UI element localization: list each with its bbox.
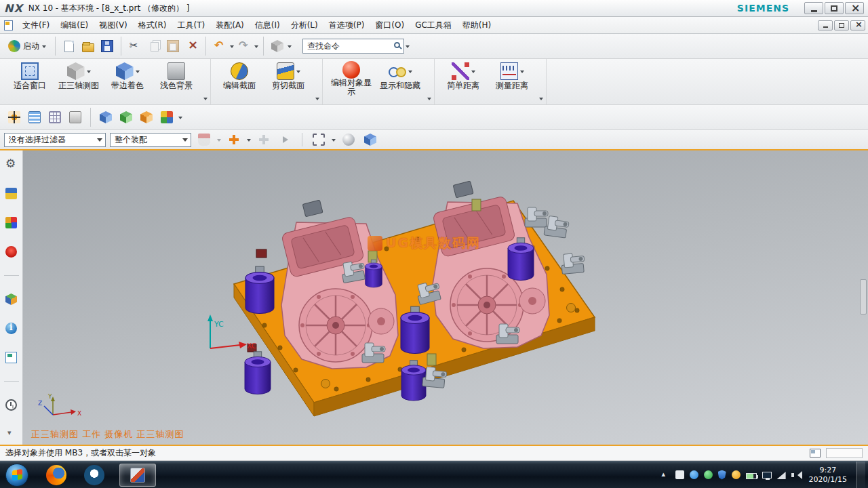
viewport-scrollbar-thumb[interactable] bbox=[860, 279, 867, 314]
shaded-with-edges-button[interactable]: 带边着色 bbox=[103, 61, 152, 96]
undo-button[interactable] bbox=[211, 37, 229, 55]
graphics-viewport[interactable]: YC XC Y X Z UG bbox=[23, 150, 868, 445]
sequence-dropdown[interactable] bbox=[178, 117, 182, 121]
menu-view[interactable]: 视图(V) bbox=[94, 17, 133, 34]
notice-tray-icon[interactable] bbox=[732, 470, 741, 479]
edit-object-display-button[interactable]: 编辑对象显示 bbox=[327, 61, 376, 96]
snap-point-button[interactable] bbox=[195, 131, 213, 148]
cut-button[interactable] bbox=[126, 37, 144, 55]
paste-button[interactable] bbox=[164, 37, 182, 55]
network-icon[interactable] bbox=[777, 472, 786, 479]
new-file-button[interactable] bbox=[60, 37, 78, 55]
selection-filter-combo[interactable]: 没有选择过滤器 bbox=[4, 133, 106, 147]
marquee-dropdown[interactable] bbox=[332, 139, 336, 144]
menu-analysis[interactable]: 分析(L) bbox=[285, 17, 323, 34]
menu-preferences[interactable]: 首选项(P) bbox=[323, 17, 370, 34]
part-navigator-icon[interactable] bbox=[5, 293, 17, 305]
taskbar-browser-icon[interactable] bbox=[84, 465, 104, 485]
maximize-button[interactable] bbox=[825, 2, 844, 14]
start-button[interactable] bbox=[5, 464, 28, 487]
menu-assemblies[interactable]: 装配(A) bbox=[210, 17, 250, 34]
security-tray-icon[interactable] bbox=[704, 470, 713, 479]
constraints-icon bbox=[120, 111, 132, 123]
move-component-button[interactable] bbox=[97, 108, 115, 126]
redo-button[interactable] bbox=[235, 37, 253, 55]
menu-tools[interactable]: 工具(T) bbox=[172, 17, 211, 34]
snap-dropdown[interactable] bbox=[217, 139, 221, 144]
pattern-component-button[interactable] bbox=[138, 108, 155, 126]
marquee-select-button[interactable] bbox=[310, 131, 328, 148]
start-menu-button[interactable]: 启动 bbox=[4, 37, 50, 56]
selection-scope-combo[interactable]: 整个装配 bbox=[110, 133, 191, 147]
undo-dropdown[interactable] bbox=[230, 45, 234, 50]
redo-dropdown[interactable] bbox=[254, 45, 258, 50]
simple-distance-button[interactable]: 简单距离 bbox=[439, 61, 488, 96]
show-hide-button[interactable]: 显示和隐藏 bbox=[376, 61, 425, 96]
object-preferences-button[interactable] bbox=[66, 108, 84, 126]
delete-button[interactable] bbox=[183, 37, 201, 55]
messenger-tray-icon[interactable] bbox=[690, 470, 698, 479]
rail-expand-chevron[interactable] bbox=[5, 428, 17, 440]
edit-section-button[interactable]: 编辑截面 bbox=[215, 61, 264, 96]
wcs-dynamics-button[interactable] bbox=[5, 108, 23, 126]
menu-help[interactable]: 帮助(H) bbox=[457, 17, 496, 34]
defender-shield-icon[interactable] bbox=[718, 470, 726, 480]
measure-distance-button[interactable]: 测量距离 bbox=[488, 61, 536, 96]
role-icon[interactable] bbox=[5, 188, 17, 199]
clip-section-button[interactable]: 剪切截面 bbox=[264, 61, 313, 96]
ime-indicator-icon[interactable] bbox=[675, 470, 684, 479]
command-finder-input[interactable] bbox=[302, 39, 404, 54]
battery-icon[interactable] bbox=[746, 473, 757, 479]
group-expander[interactable] bbox=[539, 98, 543, 102]
menu-window[interactable]: 窗口(O) bbox=[370, 17, 410, 34]
highlight-sphere-button[interactable] bbox=[340, 131, 357, 148]
open-file-button[interactable] bbox=[79, 37, 97, 55]
pin-icon[interactable] bbox=[5, 246, 17, 258]
light-background-button[interactable]: 浅色背景 bbox=[152, 61, 201, 96]
taskbar-firefox-icon[interactable] bbox=[46, 465, 66, 485]
dialog-rail-icon[interactable] bbox=[810, 449, 821, 458]
taskbar-clock[interactable]: 9:27 2020/1/15 bbox=[809, 466, 847, 485]
internet-browser-icon[interactable] bbox=[5, 323, 17, 334]
save-button[interactable] bbox=[98, 37, 116, 55]
layer-settings-button[interactable] bbox=[26, 108, 43, 126]
isometric-view-button[interactable]: 正三轴测图 bbox=[54, 61, 103, 96]
select-arrow-button[interactable] bbox=[277, 131, 294, 148]
menu-gc-toolbox[interactable]: GC工具箱 bbox=[410, 17, 457, 34]
add-to-selection-button[interactable] bbox=[225, 131, 243, 148]
copy-button[interactable] bbox=[145, 37, 163, 55]
hidden-icons-button[interactable] bbox=[660, 470, 670, 480]
fit-window-button[interactable]: 适合窗口 bbox=[5, 61, 54, 96]
roles-gear-icon[interactable] bbox=[5, 159, 17, 170]
show-component-button[interactable] bbox=[361, 131, 379, 148]
background-icon bbox=[167, 62, 185, 80]
child-close-button[interactable] bbox=[850, 20, 865, 30]
show-desktop-button[interactable] bbox=[856, 462, 865, 488]
close-button[interactable] bbox=[845, 2, 864, 14]
group-expander[interactable] bbox=[427, 98, 431, 102]
grid-button[interactable] bbox=[46, 108, 64, 126]
sequence-button[interactable] bbox=[158, 108, 176, 126]
menu-format[interactable]: 格式(R) bbox=[133, 17, 172, 34]
reuse-library-icon[interactable] bbox=[5, 352, 17, 363]
menu-file[interactable]: 文件(F) bbox=[17, 17, 55, 34]
group-expander[interactable] bbox=[203, 98, 208, 102]
remove-from-selection-button[interactable] bbox=[255, 131, 273, 148]
history-clock-icon[interactable] bbox=[5, 399, 17, 411]
group-expander[interactable] bbox=[315, 98, 319, 102]
display-tray-icon[interactable] bbox=[762, 472, 772, 479]
child-restore-button[interactable] bbox=[834, 20, 849, 30]
visualization-icon[interactable] bbox=[5, 217, 17, 228]
menu-information[interactable]: 信息(I) bbox=[250, 17, 285, 34]
view-cube-dropdown[interactable] bbox=[288, 45, 292, 50]
view-cube-button[interactable] bbox=[269, 37, 286, 55]
taskbar-nx-button[interactable] bbox=[119, 464, 156, 487]
minimize-button[interactable] bbox=[804, 2, 823, 14]
volume-icon[interactable] bbox=[791, 470, 801, 480]
cad-model-canvas[interactable]: YC XC Y X Z bbox=[23, 150, 868, 445]
selection-mode-dropdown[interactable] bbox=[247, 139, 251, 144]
child-minimize-button[interactable] bbox=[818, 20, 833, 30]
command-finder-dropdown[interactable] bbox=[406, 45, 410, 50]
assembly-constraints-button[interactable] bbox=[117, 108, 135, 126]
menu-edit[interactable]: 编辑(E) bbox=[55, 17, 94, 34]
